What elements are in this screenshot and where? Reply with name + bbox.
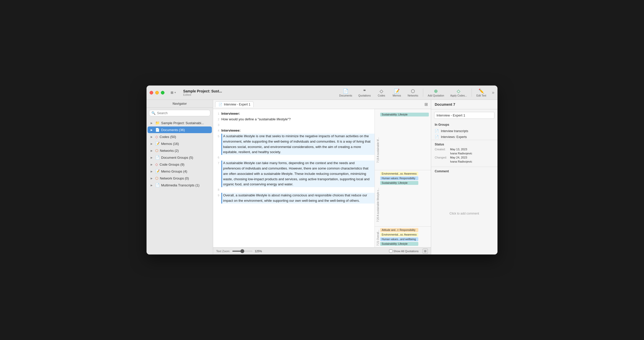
changed-by-label xyxy=(435,160,450,163)
networks-button[interactable]: ⬡ Networks xyxy=(405,87,421,98)
titlebar: ⊞ ▾ Sample Project: Sust... Edited 📄 Doc… xyxy=(147,86,497,100)
created-row: Created: May 13, 2023 xyxy=(435,148,494,151)
changed-label: Changed: xyxy=(435,156,450,159)
search-bar[interactable]: 🔍 xyxy=(149,110,210,116)
chevron-right-icon: ▶ xyxy=(151,156,154,159)
apply-codes-button[interactable]: ◇ Apply Codes... xyxy=(448,87,470,98)
comment-title: Comment xyxy=(435,169,494,173)
tag: Sustainability: Lifestyle xyxy=(380,113,429,116)
sidebar-item-label: Network Groups (0) xyxy=(160,176,189,180)
group-icon: 📄 xyxy=(435,135,439,139)
show-quotations-label: Show All Quotations xyxy=(393,250,419,253)
search-icon: 🔍 xyxy=(151,111,155,115)
minimize-button[interactable] xyxy=(155,91,159,94)
created-by-row: Ivana Radivojevic xyxy=(435,152,494,155)
chevron-right-icon: ▶ xyxy=(151,170,154,173)
close-button[interactable] xyxy=(150,91,153,94)
documents-button[interactable]: 📄 Documents xyxy=(337,87,355,98)
navigator-toggle[interactable]: ⊞ ▾ xyxy=(169,90,178,95)
sidebar-item-doc-groups[interactable]: ▶ 📄 Document Groups (5) xyxy=(148,154,212,161)
zoom-percent: 125% xyxy=(255,250,262,253)
quotation-label: 7:21 Overall... xyxy=(376,228,380,246)
quotations-button[interactable]: ❝ Quotations xyxy=(356,87,373,98)
chevron-right-icon: ▶ xyxy=(151,122,154,124)
group-item-interview-transcripts: 📄 Interview transcripts xyxy=(431,128,497,134)
changed-by: Ivana Radivojevic xyxy=(450,160,472,163)
add-quotation-button[interactable]: ⊕ Add Quotation xyxy=(425,87,447,98)
sidebar-item-documents[interactable]: ▶ 📄 Documents (36) xyxy=(148,126,212,133)
sidebar-item-label: Networks (2) xyxy=(160,149,179,153)
memos-icon: 📝 xyxy=(394,88,400,94)
search-input[interactable] xyxy=(157,111,208,115)
chevron-right-icon: ▶ xyxy=(151,142,154,145)
table-row: 8 xyxy=(213,187,375,193)
add-quotation-label: Add Quotation xyxy=(428,94,444,97)
documents-label: Documents xyxy=(339,94,352,97)
sidebar-items: ▶ 📁 Sample Project: Sustainabi... ▶ 📄 Do… xyxy=(147,118,213,254)
quotation-label: 7:19 A sustainable lif... xyxy=(376,112,380,163)
sidebar-item-code-groups[interactable]: ▶ ◇ Code Groups (9) xyxy=(148,161,212,168)
table-row: 1 Interviewer: xyxy=(213,111,375,117)
maximize-button[interactable] xyxy=(161,91,164,94)
line-content: Interviewer: xyxy=(221,111,375,117)
zoom-label: Text Zoom: xyxy=(216,250,230,253)
main-layout: Navigator 🔍 ▶ 📁 Sample Project: Sustaina… xyxy=(147,100,497,254)
doc-tab-interview-expert1[interactable]: 📄 Interview - Expert 1 xyxy=(215,101,254,107)
sidebar-item-memos[interactable]: ▶ 📝 Memos (16) xyxy=(148,140,212,147)
line-content: How would you define a "sustainable life… xyxy=(221,117,375,122)
doc-name-field[interactable]: Interview - Expert 1 xyxy=(434,112,494,119)
quotation-block: 7:21 Overall... Attitude and...t: Respon… xyxy=(375,226,431,247)
right-panel-header: Document 7 xyxy=(431,100,497,109)
sidebar-item-label: Code Groups (9) xyxy=(160,163,184,166)
edit-text-button[interactable]: ✏️ Edit Text xyxy=(474,87,489,98)
line-number: 4 xyxy=(213,128,221,134)
codes-button[interactable]: ◇ Codes xyxy=(374,87,389,98)
project-icon: 📁 xyxy=(155,121,160,125)
table-row: 9 Overall, a sustainable lifestyle is ab… xyxy=(213,193,375,204)
line-number: 9 xyxy=(213,193,221,204)
quotations-icon: ❝ xyxy=(363,88,366,94)
sidebar-item-project[interactable]: ▶ 📁 Sample Project: Sustainabi... xyxy=(148,120,212,126)
tag: Environmental...ss: Awareness xyxy=(380,233,418,237)
group-icon: 📄 xyxy=(435,129,439,133)
networks-label: Networks xyxy=(408,94,418,97)
sidebar-item-codes[interactable]: ▶ ◇ Codes (50) xyxy=(148,133,212,140)
sidebar-item-memo-groups[interactable]: ▶ 📝 Memo Groups (4) xyxy=(148,168,212,175)
tab-label: Interview - Expert 1 xyxy=(224,103,250,106)
changed-row: Changed: May 24, 2023 xyxy=(435,156,494,159)
sidebar-item-multimedia[interactable]: ▶ 📄 Multimedia Transcripts (1) xyxy=(148,182,212,188)
more-button[interactable]: » xyxy=(492,90,494,95)
toolbar-sep-2 xyxy=(472,89,472,97)
show-quotations-toggle[interactable]: Show All Quotations xyxy=(389,249,419,253)
created-by-label xyxy=(435,152,450,155)
group-label: Interviews: Experts xyxy=(441,135,467,139)
sidebar-item-networks[interactable]: ▶ ⬡ Networks (2) xyxy=(148,147,212,154)
sidebar-item-network-groups[interactable]: ▶ ⬡ Network Groups (0) xyxy=(148,175,212,182)
memos-button[interactable]: 📝 Memos xyxy=(390,87,404,98)
grid-view-button[interactable]: ⊞ xyxy=(423,249,428,254)
created-date: May 13, 2023 xyxy=(450,148,467,151)
changed-date: May 24, 2023 xyxy=(450,156,467,159)
status-section: Status Created: May 13, 2023 Ivana Radiv… xyxy=(431,140,497,167)
project-info: Sample Project: Sust... Edited xyxy=(183,89,337,96)
project-subtitle: Edited xyxy=(183,93,337,96)
line-content xyxy=(221,122,375,128)
line-number: 6 xyxy=(213,155,221,161)
show-quotations-checkbox[interactable] xyxy=(389,249,392,253)
table-row: 4 Interviewee: xyxy=(213,128,375,134)
in-groups-header: In Groups xyxy=(431,121,497,128)
quotation-sidebar: 7:19 A sustainable lif... Sustainability… xyxy=(375,109,431,247)
doc-grid-button[interactable]: ⊞ xyxy=(423,101,429,108)
tag: Human values: Responsibility xyxy=(380,176,418,180)
comment-input[interactable]: Click to add comment xyxy=(435,175,494,252)
memo-groups-icon: 📝 xyxy=(155,169,160,173)
traffic-lights xyxy=(150,91,164,94)
tag: Human values...and wellbeing xyxy=(380,237,418,241)
line-content xyxy=(221,187,375,193)
networks-nav-icon: ⬡ xyxy=(155,148,158,153)
zoom-slider[interactable] xyxy=(232,251,253,252)
apply-codes-icon: ◇ xyxy=(457,88,460,94)
comment-section: Comment Click to add comment xyxy=(431,167,497,254)
text-area[interactable]: 1 Interviewer: 2 How would you define a … xyxy=(213,109,375,247)
navigator-icon: ⊞ xyxy=(171,91,173,94)
